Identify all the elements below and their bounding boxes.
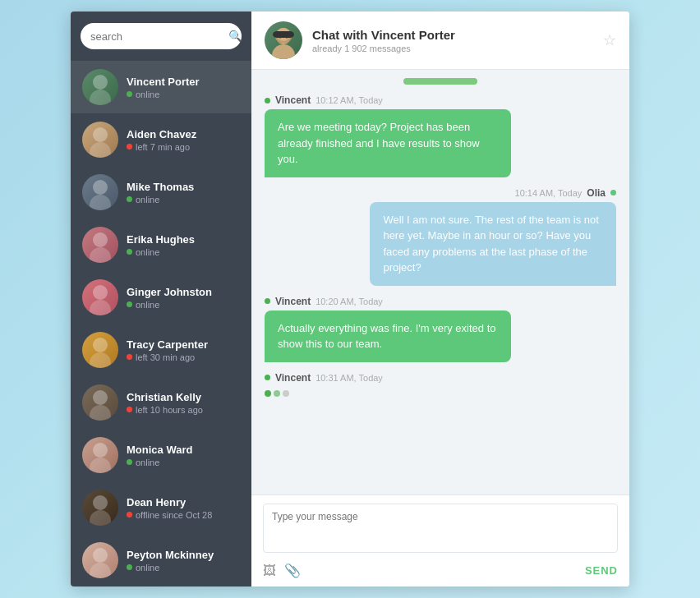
contact-name-mw: Monica Ward — [127, 444, 240, 456]
sender-name-3: Vincent — [275, 372, 311, 384]
contact-item-tc[interactable]: Tracy Carpenter left 30 min ago — [71, 324, 251, 376]
contact-info-eh: Erika Hughes online — [127, 233, 240, 257]
avatar-mw — [82, 437, 118, 473]
msg-time-0: 10:12 AM, Today — [315, 95, 383, 105]
status-dot-ck — [127, 407, 132, 412]
msg-time-1: 10:14 AM, Today — [515, 188, 583, 198]
chat-header-left: Chat with Vincent Porter already 1 902 m… — [265, 21, 455, 59]
msg-bubble-0: Are we meeting today? Project has been a… — [265, 109, 511, 177]
message-row-1: 10:14 AM, Today Olia Well I am not sure.… — [265, 187, 616, 286]
avatar-dh — [82, 490, 118, 526]
svg-rect-25 — [273, 31, 294, 38]
svg-point-7 — [90, 247, 111, 263]
contact-name-ck: Christian Kelly — [127, 391, 240, 403]
svg-point-19 — [90, 563, 111, 578]
image-attach-button[interactable]: 🖼 — [263, 563, 276, 578]
dot2 — [274, 390, 280, 397]
svg-point-1 — [90, 90, 111, 105]
avatar-mt — [82, 174, 118, 210]
send-button[interactable]: SEND — [585, 564, 618, 577]
online-dot-1 — [610, 190, 616, 196]
contact-info-pm: Peyton Mckinney online — [127, 549, 240, 573]
svg-point-9 — [90, 300, 111, 315]
svg-point-5 — [90, 195, 111, 210]
dots-typing-3 — [265, 390, 289, 397]
svg-point-13 — [90, 405, 111, 421]
contact-item-mt[interactable]: Mike Thomas online — [71, 166, 251, 218]
contact-status-ac: left 7 min ago — [127, 142, 240, 152]
avatar-gj — [82, 279, 118, 315]
svg-point-12 — [93, 390, 108, 405]
avatar-ac — [82, 122, 118, 158]
contact-info-vp: Vincent Porter online — [127, 76, 240, 99]
contact-name-mt: Mike Thomas — [127, 181, 240, 193]
contact-status-mw: online — [127, 458, 240, 467]
contact-name-eh: Erika Hughes — [127, 233, 240, 246]
svg-point-6 — [93, 232, 108, 247]
msg-time-2: 10:20 AM, Today — [315, 297, 383, 306]
svg-point-15 — [90, 458, 111, 473]
contact-status-dh: offline since Oct 28 — [127, 510, 240, 520]
svg-point-4 — [93, 180, 108, 195]
status-text-vp: online — [136, 90, 159, 99]
star-button[interactable]: ☆ — [603, 31, 616, 49]
contact-item-eh[interactable]: Erika Hughes online — [71, 218, 251, 271]
contact-name-vp: Vincent Porter — [127, 76, 240, 88]
sender-name-1: Olia — [587, 187, 606, 199]
search-input[interactable] — [90, 30, 228, 43]
contact-item-gj[interactable]: Ginger Johnston online — [71, 271, 251, 324]
status-text-mw: online — [136, 458, 159, 467]
status-dot-dh — [127, 512, 132, 518]
avatar-pm — [82, 542, 118, 578]
contact-item-ac[interactable]: Aiden Chavez left 7 min ago — [71, 113, 251, 166]
message-row-2: Vincent 10:20 AM, Today Actually everyth… — [265, 296, 616, 362]
svg-point-14 — [93, 443, 108, 458]
contact-item-mw[interactable]: Monica Ward online — [71, 429, 251, 481]
msg-meta-0: Vincent 10:12 AM, Today — [265, 94, 383, 106]
online-dot-2 — [265, 298, 270, 304]
status-dot-ac — [127, 144, 132, 150]
svg-point-11 — [90, 352, 111, 368]
typing-bar — [403, 78, 477, 85]
avatar-vp — [82, 69, 118, 105]
contact-name-tc: Tracy Carpenter — [127, 338, 240, 351]
app-container: 🔍 Vincent Porter online — [71, 12, 629, 586]
contact-info-gj: Ginger Johnston online — [127, 286, 240, 310]
msg-meta-2: Vincent 10:20 AM, Today — [265, 296, 383, 307]
msg-time-3: 10:31 AM, Today — [315, 373, 383, 383]
file-attach-button[interactable]: 📎 — [284, 563, 301, 578]
contact-name-ac: Aiden Chavez — [127, 128, 240, 140]
msg-meta-1: 10:14 AM, Today Olia — [515, 187, 616, 199]
svg-point-0 — [93, 75, 108, 90]
message-row-0: Vincent 10:12 AM, Today Are we meeting t… — [265, 94, 616, 177]
chat-header-avatar — [265, 21, 302, 59]
svg-point-2 — [93, 127, 108, 142]
chat-input-footer: 🖼 📎 SEND — [263, 563, 618, 578]
contacts-list: Vincent Porter online Aiden Chavez left … — [71, 61, 251, 586]
contact-item-vp[interactable]: Vincent Porter online — [71, 61, 251, 113]
chat-header: Chat with Vincent Porter already 1 902 m… — [251, 12, 629, 70]
status-dot-eh — [127, 249, 132, 255]
messages-container: Vincent 10:12 AM, Today Are we meeting t… — [251, 70, 629, 494]
contact-item-pm[interactable]: Peyton Mckinney online — [71, 534, 251, 586]
svg-point-26 — [279, 36, 282, 39]
contact-name-dh: Dean Henry — [127, 496, 240, 508]
contact-status-pm: online — [127, 563, 240, 573]
search-icon-button[interactable]: 🔍 — [228, 30, 242, 43]
chat-input-area: 🖼 📎 SEND — [251, 494, 629, 586]
contact-status-ck: left 10 hours ago — [127, 405, 240, 415]
typing-indicator-bar — [265, 78, 616, 85]
sidebar: 🔍 Vincent Porter online — [71, 12, 251, 586]
online-dot-0 — [265, 98, 270, 104]
message-input[interactable] — [263, 504, 618, 553]
svg-point-18 — [93, 548, 108, 563]
search-box[interactable]: 🔍 — [81, 23, 242, 49]
msg-meta-3: Vincent 10:31 AM, Today — [265, 372, 383, 384]
svg-point-27 — [286, 36, 288, 39]
message-row-3: Vincent 10:31 AM, Today — [265, 372, 616, 397]
msg-bubble-1: Well I am not sure. The rest of the team… — [370, 202, 616, 286]
contact-item-dh[interactable]: Dean Henry offline since Oct 28 — [71, 481, 251, 534]
contact-status-mt: online — [127, 195, 240, 205]
contact-item-ck[interactable]: Christian Kelly left 10 hours ago — [71, 376, 251, 429]
contact-info-tc: Tracy Carpenter left 30 min ago — [127, 338, 240, 362]
